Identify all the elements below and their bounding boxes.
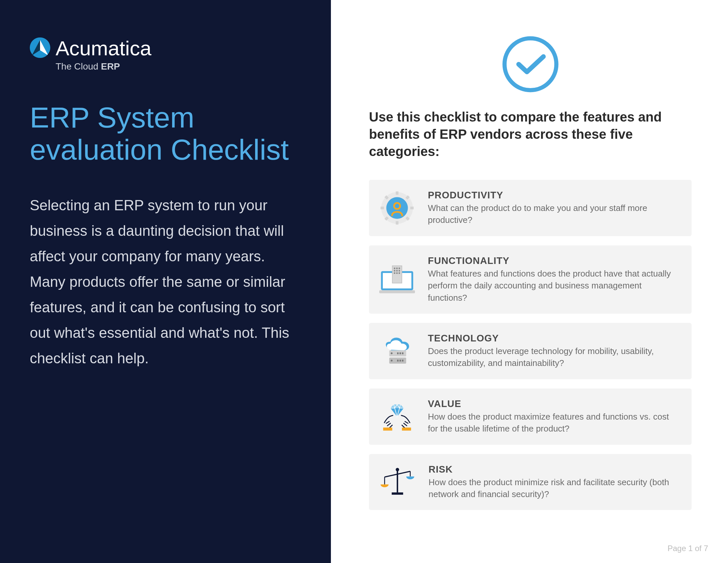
page-title: ERP System evaluation Checklist bbox=[30, 102, 301, 166]
svg-rect-22 bbox=[399, 270, 400, 271]
functionality-icon bbox=[379, 264, 415, 295]
category-card-functionality: FUNCTIONALITY What features and function… bbox=[369, 245, 692, 314]
svg-rect-35 bbox=[399, 360, 401, 361]
title-line-2: evaluation Checklist bbox=[30, 133, 289, 166]
category-desc: What can the product do to make you and … bbox=[428, 202, 679, 226]
brand-logo: Acumatica bbox=[30, 36, 301, 60]
category-desc: How does the product maximize features a… bbox=[428, 411, 679, 435]
category-title: FUNCTIONALITY bbox=[428, 255, 679, 266]
tagline-pre: The Cloud bbox=[56, 61, 101, 71]
svg-rect-23 bbox=[394, 272, 395, 274]
svg-point-2 bbox=[504, 38, 556, 90]
title-line-1: ERP System bbox=[30, 101, 194, 134]
category-desc: Does the product leverage technology for… bbox=[428, 345, 679, 369]
category-title: RISK bbox=[429, 464, 679, 475]
svg-rect-4 bbox=[396, 191, 398, 195]
productivity-icon bbox=[379, 191, 415, 225]
svg-rect-20 bbox=[394, 270, 395, 271]
svg-rect-26 bbox=[379, 290, 415, 293]
intro-paragraph: Selecting an ERP system to run your busi… bbox=[30, 192, 298, 371]
svg-rect-6 bbox=[410, 207, 414, 209]
svg-rect-21 bbox=[396, 270, 398, 271]
category-title: VALUE bbox=[428, 399, 679, 409]
right-panel: Use this checklist to compare the featur… bbox=[331, 0, 728, 563]
svg-rect-24 bbox=[396, 272, 398, 274]
svg-rect-36 bbox=[402, 360, 404, 361]
category-card-technology: TECHNOLOGY Does the product leverage tec… bbox=[369, 323, 692, 379]
category-card-value: VALUE How does the product maximize feat… bbox=[369, 389, 692, 445]
brand-name: Acumatica bbox=[56, 36, 151, 60]
svg-rect-17 bbox=[394, 267, 395, 269]
category-desc: What features and functions does the pro… bbox=[428, 267, 679, 304]
svg-rect-25 bbox=[399, 272, 400, 274]
left-panel: Acumatica The Cloud ERP ERP System evalu… bbox=[0, 0, 331, 563]
right-heading: Use this checklist to compare the featur… bbox=[369, 108, 692, 160]
category-card-productivity: PRODUCTIVITY What can the product do to … bbox=[369, 180, 692, 236]
svg-rect-42 bbox=[392, 493, 403, 495]
svg-rect-32 bbox=[399, 352, 401, 354]
svg-rect-19 bbox=[399, 267, 400, 269]
tagline-bold: ERP bbox=[101, 61, 120, 71]
svg-point-12 bbox=[386, 197, 408, 218]
category-desc: How does the product minimize risk and f… bbox=[429, 476, 679, 500]
svg-rect-10 bbox=[381, 207, 384, 209]
svg-rect-8 bbox=[396, 221, 398, 224]
svg-rect-18 bbox=[396, 267, 398, 269]
svg-rect-33 bbox=[402, 352, 404, 354]
svg-rect-40 bbox=[402, 428, 411, 431]
checkmark-circle-icon bbox=[501, 35, 560, 95]
page-footer: Page 1 of 7 bbox=[667, 544, 708, 553]
svg-rect-39 bbox=[383, 428, 392, 431]
svg-point-30 bbox=[391, 360, 392, 361]
svg-point-29 bbox=[391, 352, 392, 354]
svg-point-43 bbox=[396, 468, 399, 471]
svg-rect-34 bbox=[397, 360, 399, 361]
brand-mark-icon bbox=[30, 37, 50, 59]
brand-tagline: The Cloud ERP bbox=[56, 61, 301, 72]
svg-rect-31 bbox=[397, 352, 399, 354]
category-title: TECHNOLOGY bbox=[428, 333, 679, 344]
category-title: PRODUCTIVITY bbox=[428, 190, 679, 201]
technology-icon bbox=[379, 335, 415, 367]
risk-icon bbox=[379, 465, 416, 498]
value-icon bbox=[379, 401, 415, 432]
category-card-risk: RISK How does the product minimize risk … bbox=[369, 454, 692, 510]
